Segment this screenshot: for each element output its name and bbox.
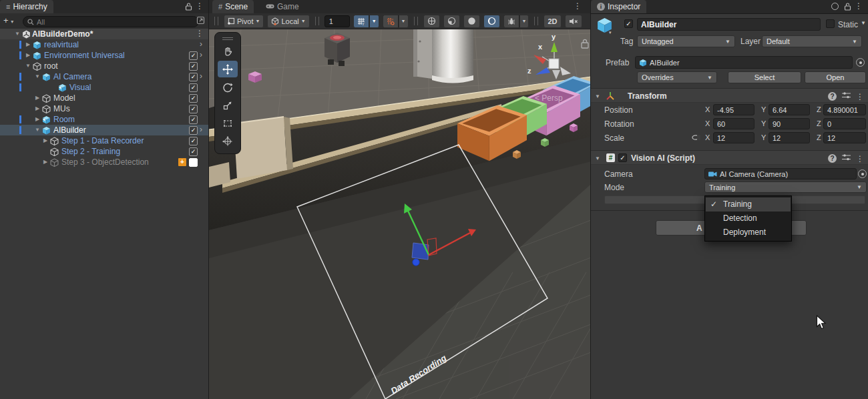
presets-icon[interactable] [842, 91, 851, 101]
transform-tool[interactable] [218, 133, 238, 149]
snap-increment-toggle[interactable] [383, 15, 399, 28]
audio-mute-toggle[interactable] [565, 15, 582, 28]
foldout-collapsed-icon[interactable]: ▶ [33, 105, 41, 111]
tab-scene[interactable]: # Scene [212, 0, 254, 13]
foldout-collapsed-icon[interactable]: ▶ [41, 159, 49, 165]
visibility-toggle[interactable]: ✓ [189, 83, 198, 92]
tree-item-step-1-data-recorder[interactable]: ▶Step 1 - Data Recorder✓ [0, 135, 209, 146]
scene-row[interactable]: ▼ AIBuilderDemo* ⋮ [0, 29, 209, 39]
2d-toggle-button[interactable]: 2D [544, 15, 561, 28]
field-scale-z[interactable]: 12 [823, 132, 866, 143]
component-enabled-checkbox[interactable]: ✓ [618, 153, 627, 162]
visibility-toggle[interactable]: ✓ [189, 62, 198, 71]
visibility-toggle[interactable]: ✓ [189, 51, 198, 60]
tree-item-realvirtual[interactable]: ▶realvirtual› [0, 39, 209, 50]
camera-object-field[interactable]: AI Camera (Camera) [704, 168, 857, 179]
dropdown-option-deployment[interactable]: Deployment [706, 226, 791, 240]
foldout-collapsed-icon[interactable]: ▶ [33, 116, 41, 122]
add-object-button[interactable]: + ▾ [3, 16, 19, 26]
rotate-tool[interactable] [218, 79, 238, 95]
layer-dropdown[interactable]: Default▼ [762, 35, 862, 47]
scene-menu-icon[interactable]: ⋮ [574, 3, 582, 9]
static-caret[interactable]: ▼ [861, 20, 866, 26]
tree-item-environment-universal[interactable]: ▶Environment Universal✓› [0, 50, 209, 61]
foldout-collapsed-icon[interactable]: ▶ [33, 95, 41, 101]
visibility-toggle[interactable]: ✓ [189, 73, 198, 81]
scene-menu-icon[interactable]: ⋮ [196, 30, 204, 37]
visibility-toggle[interactable] [189, 158, 198, 167]
grid-size-field[interactable]: 1 [324, 15, 350, 27]
shading-wireframe-button[interactable] [423, 15, 440, 28]
scene-lighting-toggle[interactable] [483, 15, 500, 28]
prefab-chevron-icon[interactable]: › [200, 125, 202, 134]
grid-options-dropdown[interactable]: ▼ [369, 15, 379, 28]
rect-tool[interactable] [218, 115, 238, 131]
grid-visibility-toggle[interactable]: Y [353, 15, 369, 28]
prefab-target-icon[interactable] [856, 58, 865, 67]
debug-draw-button[interactable] [503, 15, 519, 28]
gameobject-icon[interactable]: ▾ [596, 17, 613, 35]
debug-options-dropdown[interactable]: ▼ [519, 15, 529, 28]
visibility-toggle[interactable]: ✓ [189, 94, 198, 103]
tree-item-step-2-training[interactable]: Step 2 - Training✓ [0, 146, 209, 157]
foldout-expanded-icon[interactable]: ▼ [595, 155, 600, 161]
dropdown-option-detection[interactable]: Detection [706, 212, 791, 226]
foldout-expanded-icon[interactable]: ▼ [595, 93, 600, 99]
move-tool[interactable] [218, 61, 238, 77]
shading-shadedwire-button[interactable] [443, 15, 460, 28]
pivot-toggle-button[interactable]: Pivot▼ [224, 15, 264, 28]
field-position-x[interactable]: -4.95 [713, 104, 754, 115]
foldout-expanded-icon[interactable]: ▼ [13, 31, 21, 37]
foldout-collapsed-icon[interactable]: ▶ [41, 137, 49, 143]
visibility-toggle[interactable]: ✓ [189, 137, 198, 145]
tree-item-mus[interactable]: ▶MUs✓ [0, 103, 209, 114]
foldout-collapsed-icon[interactable]: ▶ [24, 52, 32, 58]
vision-ai-header[interactable]: ▼ # ✓ Vision AI (Script) ? ⋮ [591, 150, 868, 165]
help-icon[interactable]: ? [828, 154, 837, 163]
scene-viewport[interactable]: Data Recording [209, 29, 591, 399]
visibility-toggle[interactable]: ✓ [189, 126, 198, 135]
view-hand-tool[interactable] [218, 43, 238, 59]
visibility-toggle[interactable]: ✓ [189, 105, 198, 113]
select-button[interactable]: Select [728, 71, 801, 83]
tree-item-visual[interactable]: Visual✓ [0, 82, 209, 93]
overrides-dropdown[interactable]: Overrides▼ [637, 71, 717, 83]
field-position-y[interactable]: 6.64 [769, 104, 810, 115]
open-button[interactable]: Open [805, 71, 866, 83]
component-menu-icon[interactable]: ⋮ [856, 155, 864, 162]
static-checkbox[interactable] [826, 19, 835, 28]
foldout-expanded-icon[interactable]: ▼ [33, 127, 41, 133]
tree-item-aibuilder[interactable]: ▼AIBuilder✓› [0, 125, 209, 135]
tree-item-model[interactable]: ▶Model✓ [0, 93, 209, 103]
camera-target-icon[interactable] [858, 169, 867, 178]
tab-game[interactable]: Game [260, 0, 305, 13]
tree-item-root[interactable]: ▼root✓ [0, 61, 209, 71]
active-checkbox[interactable]: ✓ [624, 19, 633, 28]
prefab-object-field[interactable]: AIBuilder [635, 56, 853, 69]
icon-picker-caret[interactable]: ▾ [609, 30, 612, 35]
toolbar-grip[interactable] [414, 17, 418, 25]
search-input[interactable]: All [23, 16, 199, 27]
palette-drag-handle[interactable] [222, 37, 233, 38]
toolbar-grip[interactable] [214, 17, 218, 25]
hierarchy-menu-icon[interactable]: ⋮ [196, 3, 204, 9]
field-scale-y[interactable]: 12 [769, 132, 810, 143]
foldout-collapsed-icon[interactable]: ▶ [24, 41, 32, 47]
visibility-toggle[interactable]: ✓ [189, 115, 198, 124]
scale-link-icon[interactable] [691, 133, 700, 143]
field-position-z[interactable]: 4.890001 [823, 104, 866, 115]
prefab-chevron-icon[interactable]: › [200, 39, 202, 49]
tag-dropdown[interactable]: Untagged▼ [637, 35, 735, 47]
lock-icon[interactable] [184, 2, 193, 13]
foldout-expanded-icon[interactable]: ▼ [33, 73, 41, 79]
local-toggle-button[interactable]: Local▼ [267, 15, 309, 28]
window-popout-icon[interactable] [196, 16, 205, 27]
field-scale-x[interactable]: 12 [713, 132, 754, 143]
snap-options-dropdown[interactable]: ▼ [399, 15, 409, 28]
mode-dropdown-field[interactable]: Training▼ [704, 181, 867, 193]
field-rotation-z[interactable]: 0 [823, 118, 866, 129]
metal-cylinder[interactable] [413, 29, 473, 83]
inspector-menu-icon[interactable]: ⋮ [855, 3, 863, 9]
inspector-lock-icon[interactable] [843, 2, 852, 13]
scale-tool[interactable] [218, 97, 238, 113]
